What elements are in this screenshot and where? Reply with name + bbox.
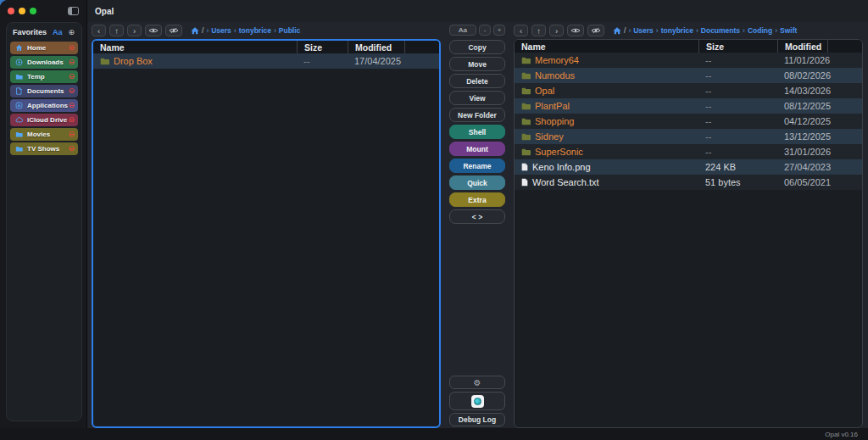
- back-button[interactable]: ‹: [514, 25, 528, 36]
- up-button[interactable]: ↑: [109, 25, 124, 36]
- font-size-button[interactable]: Aa: [449, 25, 476, 36]
- favorites-font-size-button[interactable]: Aa: [53, 28, 63, 36]
- file-size: 224 KB: [698, 162, 777, 172]
- file-row[interactable]: Word Search.txt 51 bytes 06/05/2021: [515, 175, 862, 190]
- forward-button[interactable]: ›: [549, 25, 564, 36]
- delete-button[interactable]: Delete: [449, 74, 505, 88]
- file-row[interactable]: Keno Info.png 224 KB 27/04/2023: [515, 159, 862, 175]
- app-square-icon: [15, 102, 23, 109]
- sidebar-item-icloud-drive[interactable]: iCloud Drive ⊖: [10, 114, 78, 126]
- left-file-list[interactable]: NameSizeModified Drop Box -- 17/04/2025: [92, 39, 441, 428]
- file-size: --: [698, 101, 777, 111]
- remove-favorite-icon[interactable]: ⊖: [68, 58, 75, 66]
- file-row[interactable]: Drop Box -- 17/04/2025: [93, 53, 439, 69]
- sidebar-item-label: Downloads: [27, 58, 64, 66]
- extra-button[interactable]: Extra: [449, 192, 505, 207]
- move-button[interactable]: Move: [449, 57, 505, 71]
- file-row[interactable]: Opal -- 14/03/2026: [515, 83, 862, 98]
- sidebar-item-home[interactable]: Home ⊖: [10, 42, 78, 54]
- file-modified: 06/05/2021: [777, 177, 862, 187]
- file-size: --: [698, 55, 777, 65]
- file-row[interactable]: PlantPal -- 08/12/2025: [515, 98, 862, 114]
- add-favorite-button[interactable]: ⊕: [68, 28, 75, 36]
- up-icon: ↑: [537, 26, 541, 36]
- column-header-modified[interactable]: Modified: [777, 40, 862, 53]
- debug-log-button[interactable]: Debug Log: [449, 413, 505, 426]
- file-size: --: [698, 131, 777, 142]
- breadcrumb-segment[interactable]: Public: [279, 26, 301, 35]
- breadcrumb-separator: ›: [656, 26, 659, 35]
- file-row[interactable]: Memory64 -- 11/01/2026: [515, 53, 862, 68]
- sidebar-item-temp[interactable]: Temp ⊖: [10, 70, 78, 83]
- right-file-list[interactable]: NameSizeModified Memory64 -- 11/01/2026 …: [514, 39, 863, 428]
- remove-favorite-icon[interactable]: ⊖: [68, 145, 75, 153]
- remove-favorite-icon[interactable]: ⊖: [68, 87, 75, 95]
- minimize-button[interactable]: [19, 8, 25, 14]
- sidebar-item-movies[interactable]: Movies ⊖: [10, 128, 78, 141]
- settings-button[interactable]: ⚙: [449, 376, 505, 389]
- file-row[interactable]: Sidney -- 13/12/2025: [515, 129, 862, 144]
- close-button[interactable]: [8, 8, 14, 14]
- breadcrumb-root: /: [202, 26, 203, 35]
- file-modified: 27/04/2023: [777, 162, 862, 172]
- show-hidden-button[interactable]: [567, 25, 584, 36]
- remove-favorite-icon[interactable]: ⊖: [68, 116, 75, 124]
- column-header-size[interactable]: Size: [698, 40, 777, 53]
- eye-slash-icon: [591, 27, 601, 34]
- version-label: Opal v0.16: [825, 431, 858, 438]
- sidebar-toggle-icon[interactable]: [68, 7, 79, 15]
- breadcrumb-segment[interactable]: tonybrice: [661, 26, 693, 35]
- main-area: ‹↑› /›Users›tonybrice›Public NameSizeMod…: [87, 22, 868, 428]
- sidebar-item-documents[interactable]: Documents ⊖: [10, 85, 78, 97]
- file-row[interactable]: Numodus -- 08/02/2026: [515, 68, 862, 83]
- column-header-modified[interactable]: Modified: [348, 41, 439, 53]
- decrease-button[interactable]: -: [479, 25, 491, 36]
- view-button[interactable]: View: [449, 91, 505, 105]
- breadcrumb-segment[interactable]: Users: [211, 26, 231, 35]
- remove-favorite-icon[interactable]: ⊖: [68, 131, 75, 138]
- hide-hidden-button[interactable]: [587, 25, 604, 36]
- column-header-name[interactable]: Name: [93, 41, 297, 53]
- breadcrumb-segment[interactable]: Swift: [780, 26, 797, 35]
- zoom-button[interactable]: [30, 8, 36, 14]
- quick-button[interactable]: Quick: [449, 175, 505, 190]
- sidebar-item-label: TV Shows: [27, 145, 59, 153]
- breadcrumb-segment[interactable]: Users: [633, 26, 654, 35]
- back-button[interactable]: ‹: [92, 25, 106, 36]
- sidebar-item-applications[interactable]: Applications ⊖: [10, 99, 78, 112]
- sidebar-item-tv-shows[interactable]: TV Shows ⊖: [10, 142, 78, 155]
- command-column: Aa - + CopyMoveDeleteViewNew FolderShell…: [449, 22, 505, 428]
- sidebar-item-label: Documents: [27, 87, 64, 95]
- breadcrumb-separator: ›: [274, 26, 276, 35]
- up-button[interactable]: ↑: [531, 25, 546, 36]
- new-folder-button[interactable]: New Folder: [449, 108, 505, 122]
- remove-favorite-icon[interactable]: ⊖: [68, 73, 75, 81]
- folder-icon: [15, 131, 23, 138]
- folder-icon: [521, 133, 531, 141]
- remove-favorite-icon[interactable]: ⊖: [68, 44, 75, 52]
- file-row[interactable]: SuperSonic -- 31/01/2026: [515, 144, 862, 159]
- show-hidden-button[interactable]: [145, 25, 162, 36]
- home-icon[interactable]: [613, 27, 621, 35]
- shell-button[interactable]: Shell: [449, 125, 505, 139]
- mount-button[interactable]: Mount: [449, 142, 505, 156]
- file-size: --: [698, 147, 777, 157]
- sidebar-item-downloads[interactable]: Downloads ⊖: [10, 56, 78, 69]
- increase-button[interactable]: +: [493, 25, 505, 36]
- titlebar-main[interactable]: Opal: [87, 0, 868, 22]
- breadcrumb-segment[interactable]: Coding: [748, 26, 772, 35]
- hide-hidden-button[interactable]: [165, 25, 182, 36]
- column-header-size[interactable]: Size: [297, 41, 348, 53]
- breadcrumb-segment[interactable]: Documents: [701, 26, 740, 35]
- rename-button[interactable]: Rename: [449, 159, 505, 173]
- remove-favorite-icon[interactable]: ⊖: [68, 102, 75, 109]
- --button[interactable]: < >: [449, 209, 505, 224]
- status-bar: Opal v0.16: [0, 428, 868, 440]
- forward-button[interactable]: ›: [127, 25, 142, 36]
- column-header-name[interactable]: Name: [515, 40, 698, 53]
- home-icon[interactable]: [191, 27, 199, 35]
- copy-button[interactable]: Copy: [449, 40, 505, 54]
- app-button[interactable]: [449, 392, 505, 410]
- breadcrumb-segment[interactable]: tonybrice: [239, 26, 271, 35]
- file-row[interactable]: Shopping -- 04/12/2025: [515, 114, 862, 129]
